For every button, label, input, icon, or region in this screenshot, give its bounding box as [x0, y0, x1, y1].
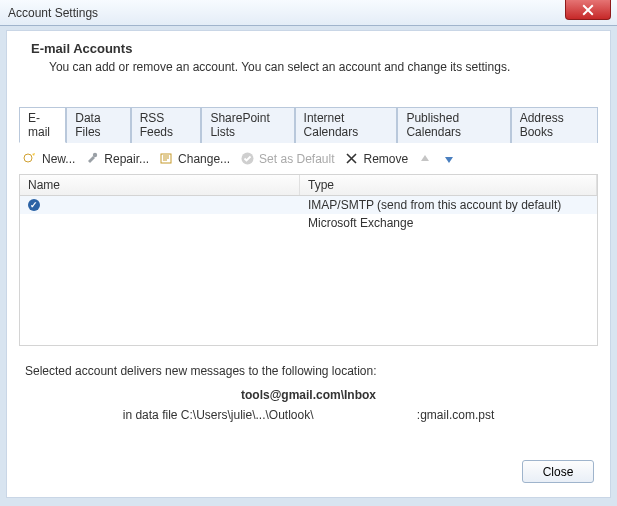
close-icon	[582, 4, 594, 16]
section-description: You can add or remove an account. You ca…	[49, 60, 598, 74]
section-heading: E-mail Accounts	[31, 41, 598, 56]
column-header-type[interactable]: Type	[300, 175, 597, 195]
move-down-button[interactable]	[442, 152, 456, 166]
account-type: Microsoft Exchange	[300, 216, 597, 230]
window-title: Account Settings	[8, 6, 98, 20]
list-header: Name Type	[19, 174, 598, 196]
dialog-content: E-mail Accounts You can add or remove an…	[6, 30, 611, 498]
tab-data-files[interactable]: Data Files	[66, 107, 130, 143]
move-up-button	[418, 152, 432, 166]
repair-label: Repair...	[104, 152, 149, 166]
table-row[interactable]: IMAP/SMTP (send from this account by def…	[20, 196, 597, 214]
change-icon	[159, 151, 174, 166]
delivery-datafile: in data file C:\Users\julie\...\Outlook\…	[19, 408, 598, 422]
remove-button[interactable]: Remove	[344, 151, 408, 166]
svg-point-1	[93, 153, 97, 157]
titlebar: Account Settings	[0, 0, 617, 26]
set-default-icon	[240, 151, 255, 166]
change-button[interactable]: Change...	[159, 151, 230, 166]
change-label: Change...	[178, 152, 230, 166]
default-account-icon	[28, 199, 40, 211]
accounts-list: IMAP/SMTP (send from this account by def…	[19, 196, 598, 346]
new-label: New...	[42, 152, 75, 166]
close-button[interactable]: Close	[522, 460, 594, 483]
remove-label: Remove	[363, 152, 408, 166]
repair-icon	[85, 151, 100, 166]
toolbar: New... Repair... Change... Set as Defaul…	[19, 143, 598, 174]
tab-internet-calendars[interactable]: Internet Calendars	[295, 107, 398, 143]
tabstrip: E-mail Data Files RSS Feeds SharePoint L…	[19, 106, 598, 143]
tab-published-calendars[interactable]: Published Calendars	[397, 107, 510, 143]
delivery-location: tools@gmail.com\Inbox	[19, 388, 598, 402]
new-icon	[23, 151, 38, 166]
tab-email[interactable]: E-mail	[19, 107, 66, 143]
table-row[interactable]: Microsoft Exchange	[20, 214, 597, 232]
set-default-button: Set as Default	[240, 151, 334, 166]
tab-address-books[interactable]: Address Books	[511, 107, 598, 143]
remove-icon	[344, 151, 359, 166]
svg-point-0	[24, 154, 32, 162]
set-default-label: Set as Default	[259, 152, 334, 166]
close-window-button[interactable]	[565, 0, 611, 20]
tab-rss-feeds[interactable]: RSS Feeds	[131, 107, 202, 143]
delivery-intro: Selected account delivers new messages t…	[25, 364, 598, 378]
tab-sharepoint-lists[interactable]: SharePoint Lists	[201, 107, 294, 143]
column-header-name[interactable]: Name	[20, 175, 300, 195]
new-button[interactable]: New...	[23, 151, 75, 166]
account-type: IMAP/SMTP (send from this account by def…	[300, 198, 597, 212]
repair-button[interactable]: Repair...	[85, 151, 149, 166]
